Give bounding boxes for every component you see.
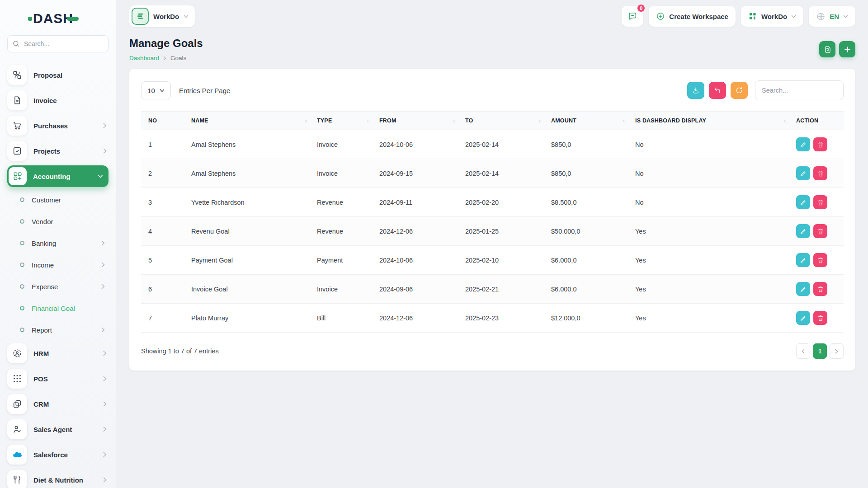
language-selector[interactable]: EN (809, 6, 855, 27)
delete-button[interactable] (813, 166, 827, 180)
chevron-right-icon (101, 284, 105, 289)
delete-button[interactable] (813, 195, 827, 209)
sidebar-item-invoice[interactable]: Invoice (7, 89, 108, 111)
edit-button[interactable] (796, 224, 810, 238)
sidebar-item-purchases[interactable]: Purchases (7, 115, 108, 136)
chevron-right-icon (163, 56, 166, 61)
sidebar-item-sales-agent[interactable]: Sales Agent (7, 418, 108, 440)
cell-no: 2 (141, 159, 184, 188)
page-title: Manage Goals (129, 37, 203, 50)
cell-amount: $6.000,0 (544, 246, 628, 275)
chevron-right-icon (103, 123, 107, 128)
sidebar-item-accounting[interactable]: Accounting (7, 165, 108, 187)
sort-icon[interactable]: ↑↓ (367, 118, 369, 123)
pagination-prev-button[interactable] (796, 343, 810, 359)
edit-button[interactable] (796, 195, 810, 209)
table-row: 7 Plato Murray Bill 2024-12-06 2025-02-2… (141, 304, 844, 333)
duplicate-goal-button[interactable] (819, 41, 835, 57)
pagination-page-1[interactable]: 1 (813, 343, 827, 359)
column-header-name[interactable]: NAME↑↓ (184, 112, 310, 130)
cell-no: 4 (141, 217, 184, 246)
cell-to: 2025-02-20 (458, 188, 544, 217)
pencil-icon (800, 286, 807, 293)
main-content: WorkDo 0 Create Workspace WorkDo (116, 0, 868, 488)
sidebar-item-hrm[interactable]: HRM (7, 343, 108, 364)
sort-icon[interactable]: ↑↓ (783, 118, 786, 123)
hrm-person-icon (7, 343, 27, 363)
export-button[interactable] (687, 82, 704, 99)
sort-icon[interactable]: ↑↓ (623, 118, 625, 123)
edit-button[interactable] (796, 253, 810, 267)
cell-no: 7 (141, 304, 184, 333)
pagination-next-button[interactable] (830, 343, 844, 359)
logo-accent-dot (28, 17, 32, 21)
cell-dashboard: Yes (628, 304, 789, 333)
sidebar-search-input[interactable] (7, 35, 108, 52)
delete-button[interactable] (813, 224, 827, 238)
sort-icon[interactable]: ↑↓ (453, 118, 455, 123)
sidebar-subitem-vendor[interactable]: Vendor (7, 212, 108, 230)
entries-per-page-select[interactable]: 10 (141, 81, 171, 99)
sidebar-subitem-financial-goal[interactable]: Financial Goal (7, 299, 108, 317)
table-search-input[interactable] (755, 80, 844, 100)
delete-button[interactable] (813, 137, 827, 151)
sort-icon[interactable]: ↑↓ (538, 118, 541, 123)
chevron-down-icon (791, 15, 796, 18)
cell-to: 2025-02-10 (458, 246, 544, 275)
column-header-type[interactable]: TYPE↑↓ (310, 112, 372, 130)
edit-button[interactable] (796, 166, 810, 180)
sidebar-item-diet-nutrition[interactable]: Diet & Nutrition (7, 469, 108, 488)
cell-name: Plato Murray (184, 304, 310, 333)
cell-type: Invoice (310, 275, 372, 304)
cell-amount: $8.500,0 (544, 188, 628, 217)
reset-button[interactable] (709, 82, 726, 99)
sidebar-subitem-customer[interactable]: Customer (7, 191, 108, 209)
brand-logo[interactable]: DASH (28, 11, 108, 26)
delete-button[interactable] (813, 311, 827, 325)
search-icon (12, 40, 20, 47)
pencil-icon (800, 257, 807, 264)
page-actions (819, 41, 855, 57)
cell-name: Amal Stephens (184, 130, 310, 159)
workspace-menu[interactable]: WorkDo (741, 6, 803, 27)
table-row: 4 Revenu Goal Revenue 2024-12-06 2025-01… (141, 217, 844, 246)
edit-button[interactable] (796, 282, 810, 296)
column-header-to[interactable]: TO↑↓ (458, 112, 544, 130)
delete-button[interactable] (813, 282, 827, 296)
refresh-button[interactable] (731, 82, 748, 99)
cell-from: 2024-12-06 (372, 304, 458, 333)
sidebar-item-pos[interactable]: POS (7, 368, 108, 389)
cell-name: Yvette Richardson (184, 188, 310, 217)
sidebar-item-proposal[interactable]: Proposal (7, 64, 108, 86)
sort-icon[interactable]: ↑↓ (304, 118, 307, 123)
messages-button[interactable]: 0 (622, 6, 643, 27)
edit-button[interactable] (796, 137, 810, 151)
cell-name: Revenu Goal (184, 217, 310, 246)
cell-name: Invoice Goal (184, 275, 310, 304)
sidebar-subitem-banking[interactable]: Banking (7, 234, 108, 252)
delete-button[interactable] (813, 253, 827, 267)
sidebar-subitem-report[interactable]: Report (7, 321, 108, 339)
column-header-from[interactable]: FROM↑↓ (372, 112, 458, 130)
sidebar-item-salesforce[interactable]: Salesforce (7, 444, 108, 465)
chevron-right-icon (103, 148, 107, 154)
checkbox-icon (7, 141, 27, 161)
edit-button[interactable] (796, 311, 810, 325)
sidebar-item-projects[interactable]: Projects (7, 140, 108, 162)
trash-icon (817, 141, 824, 148)
sidebar-item-crm[interactable]: CRM (7, 393, 108, 415)
sidebar-subitem-expense[interactable]: Expense (7, 277, 108, 296)
add-goal-button[interactable] (839, 41, 855, 57)
chevron-right-icon (103, 376, 107, 381)
cell-amount: $50.000,0 (544, 217, 628, 246)
column-header-is-dashboard-display[interactable]: IS DASHBOARD DISPLAY↑↓ (628, 112, 789, 130)
create-workspace-button[interactable]: Create Workspace (649, 6, 736, 27)
breadcrumb-dashboard-link[interactable]: Dashboard (129, 55, 159, 61)
topbar-actions: 0 Create Workspace WorkDo EN (622, 6, 855, 27)
sidebar-subitem-income[interactable]: Income (7, 256, 108, 274)
chevron-right-icon (101, 327, 105, 333)
cell-from: 2024-12-06 (372, 217, 458, 246)
cell-type: Invoice (310, 159, 372, 188)
workspace-switcher[interactable]: WorkDo (129, 5, 195, 27)
column-header-amount[interactable]: AMOUNT↑↓ (544, 112, 628, 130)
